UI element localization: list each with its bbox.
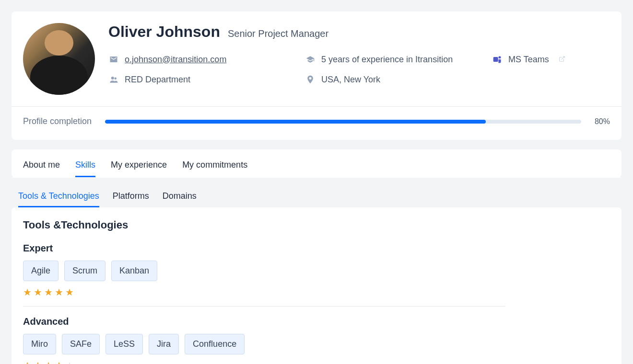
star-icon — [44, 361, 53, 364]
skill-tag[interactable]: Confluence — [185, 334, 245, 354]
subtab-domains[interactable]: Domains — [163, 186, 197, 207]
skill-tag[interactable]: Jira — [149, 334, 179, 354]
skill-group-advanced: Advanced Miro SAFe LeSS Jira Confluence — [23, 316, 610, 364]
tab-my-experience[interactable]: My experience — [111, 154, 167, 177]
skill-tag[interactable]: LeSS — [106, 334, 143, 354]
profile-card: Oliver Johnson Senior Project Manager o.… — [12, 11, 621, 140]
star-icon — [55, 288, 63, 296]
department-text: RED Department — [125, 75, 190, 85]
skill-tag[interactable]: Scrum — [64, 261, 106, 281]
tab-my-commitments[interactable]: My commitments — [182, 154, 247, 177]
star-icon — [44, 288, 53, 296]
location-text: USA, New York — [321, 75, 380, 85]
skill-level-label: Advanced — [23, 316, 610, 327]
subtabs-row: Tools & Technologies Platforms Domains — [12, 178, 621, 207]
skills-content: Tools &Technologies Expert Agile Scrum K… — [12, 207, 621, 364]
svg-point-2 — [111, 77, 114, 80]
skill-tag[interactable]: Kanban — [111, 261, 157, 281]
location-pin-icon — [305, 74, 316, 85]
tab-about-me[interactable]: About me — [23, 154, 60, 177]
profile-role: Senior Project Manager — [228, 28, 328, 39]
skill-tag[interactable]: Miro — [23, 334, 56, 354]
people-icon — [108, 74, 119, 85]
completion-progress-track — [105, 120, 581, 124]
svg-point-3 — [115, 78, 117, 80]
completion-label: Profile completion — [23, 116, 92, 126]
svg-point-1 — [499, 56, 501, 58]
skill-tags-expert: Agile Scrum Kanban — [23, 261, 505, 281]
profile-name: Oliver Johnson — [108, 23, 220, 41]
profile-header: Oliver Johnson Senior Project Manager o.… — [12, 11, 621, 107]
profile-completion: Profile completion 80% — [12, 107, 621, 140]
email-link[interactable]: o.johnson@itransition.com — [125, 55, 226, 65]
envelope-icon — [108, 54, 119, 65]
profile-info: Oliver Johnson Senior Project Manager o.… — [108, 23, 610, 95]
location-row: USA, New York — [305, 74, 478, 85]
department-row: RED Department — [108, 74, 291, 85]
external-link-icon — [559, 55, 565, 65]
star-icon — [23, 288, 32, 296]
section-title: Tools &Technologies — [23, 219, 610, 231]
star-icon — [23, 361, 32, 364]
teams-link[interactable]: MS Teams — [508, 55, 549, 65]
subtab-tools-technologies[interactable]: Tools & Technologies — [18, 186, 99, 207]
experience-row: 5 years of experience in Itransition — [305, 54, 478, 65]
star-icon — [34, 288, 42, 296]
star-icon — [34, 361, 42, 364]
graduation-cap-icon — [305, 54, 316, 65]
skill-level-label: Expert — [23, 243, 505, 254]
skill-tags-advanced: Miro SAFe LeSS Jira Confluence — [23, 334, 610, 354]
rating-stars-expert — [23, 288, 505, 296]
svg-rect-0 — [493, 57, 498, 62]
experience-text: 5 years of experience in Itransition — [321, 55, 453, 65]
star-icon — [65, 288, 74, 296]
avatar[interactable] — [23, 23, 95, 95]
tabs-row: About me Skills My experience My commitm… — [12, 149, 621, 178]
subtab-platforms[interactable]: Platforms — [113, 186, 149, 207]
star-icon — [55, 361, 63, 364]
skill-tag[interactable]: SAFe — [62, 334, 100, 354]
completion-percent: 80% — [595, 117, 610, 126]
skill-tag[interactable]: Agile — [23, 261, 59, 281]
email-row: o.johnson@itransition.com — [108, 54, 291, 65]
skill-group-expert: Expert Agile Scrum Kanban — [23, 243, 505, 307]
tab-skills[interactable]: Skills — [75, 154, 95, 177]
rating-stars-advanced — [23, 361, 610, 364]
tabs-card: About me Skills My experience My commitm… — [12, 149, 621, 178]
teams-row: MS Teams — [492, 54, 610, 65]
completion-progress-fill — [105, 120, 486, 124]
star-icon-empty — [65, 361, 74, 364]
teams-icon — [492, 54, 503, 65]
